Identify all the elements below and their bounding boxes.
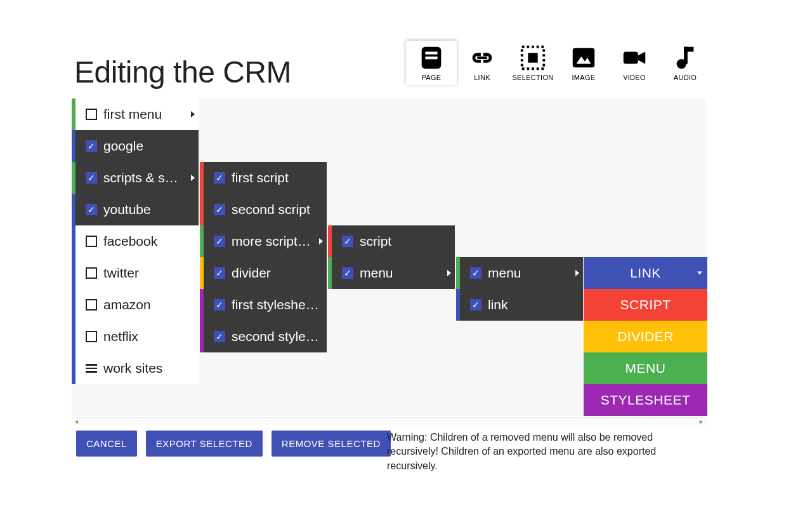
type-option-label: MENU [625,361,666,376]
menu-item-label: amazon [103,297,199,312]
tab-label: IMAGE [558,74,609,81]
menu-item-label: scripts & s… [103,170,199,185]
menu-item-label: second style… [232,329,327,344]
menu-column: first menu✓google✓scripts & s…✓youtubefa… [72,98,199,384]
submenu-arrow-icon [447,270,451,276]
type-panel: LINKSCRIPTDIVIDERMENUSTYLESHEET [584,257,707,416]
horizontal-scrollbar[interactable]: ◄► [72,417,706,425]
dropdown-arrow-icon [697,272,702,275]
tab-label: VIDEO [609,74,660,81]
svg-rect-1 [425,51,437,54]
menu-item[interactable]: ✓second style… [200,321,327,352]
svg-rect-5 [573,48,595,68]
link-icon [468,43,497,72]
type-option-menu[interactable]: MENU [584,352,707,384]
checkbox[interactable] [86,267,97,279]
menu-item[interactable]: ✓youtube [72,194,199,225]
menu-item[interactable]: ✓divider [200,257,327,289]
submenu-arrow-icon [319,238,323,244]
menu-item[interactable]: ✓google [72,130,199,162]
menu-item-label: work sites [103,361,199,376]
checkbox[interactable]: ✓ [214,299,225,311]
checkbox[interactable] [86,236,97,247]
warning-text: Warning: Children of a removed menu will… [387,431,691,473]
menu-item-label: facebook [103,234,199,249]
hamburger-icon [86,364,97,373]
video-icon [620,43,649,72]
svg-rect-7 [624,51,638,64]
svg-rect-2 [425,57,437,59]
audio-icon [671,43,700,72]
menu-item[interactable]: twitter [72,257,199,289]
image-icon [569,43,598,72]
menu-column: ✓first script✓second script✓more script…… [200,162,327,352]
svg-rect-3 [528,53,537,62]
checkbox[interactable]: ✓ [214,331,225,342]
menu-item-label: twitter [103,265,199,281]
menu-item[interactable]: ✓second script [200,194,327,225]
context-tabs: PAGE LINK SELECTION IMAGE VIDEO AUDIO [406,41,710,85]
menu-column: ✓menu✓link [456,257,583,321]
footer-buttons: CANCEL EXPORT SELECTED REMOVE SELECTED [76,431,391,457]
tab-label: AUDIO [660,74,710,81]
remove-selected-button[interactable]: REMOVE SELECTED [272,431,391,457]
menu-item-label: youtube [103,202,199,217]
checkbox[interactable]: ✓ [86,172,97,184]
checkbox[interactable]: ✓ [470,299,481,311]
menu-item[interactable]: ✓first script [200,162,327,194]
tab-image[interactable]: IMAGE [558,41,609,85]
cancel-button[interactable]: CANCEL [76,431,137,457]
checkbox[interactable]: ✓ [214,204,225,215]
menu-item-label: more script… [232,234,327,249]
tab-label: LINK [457,74,508,81]
checkbox[interactable]: ✓ [214,267,225,279]
checkbox[interactable]: ✓ [214,236,225,247]
page-title: Editing the CRM [74,55,291,90]
svg-marker-8 [638,51,646,64]
type-option-label: STYLESHEET [601,392,691,408]
menu-item-label: netflix [103,329,199,344]
menu-item-label: second script [232,202,327,217]
tab-label: SELECTION [508,74,558,81]
checkbox[interactable]: ✓ [342,267,353,279]
tab-audio[interactable]: AUDIO [660,41,710,85]
checkbox[interactable] [86,109,97,120]
type-option-link[interactable]: LINK [584,257,707,289]
menu-item[interactable]: ✓link [456,289,583,321]
menu-item[interactable]: ✓menu [328,257,455,289]
menu-item[interactable]: first menu [72,98,199,130]
menu-item-label: script [360,234,455,249]
selection-icon [518,43,547,72]
menu-item[interactable]: work sites [72,352,199,384]
tab-link[interactable]: LINK [457,41,508,85]
menu-item[interactable]: facebook [72,225,199,257]
tab-page[interactable]: PAGE [406,41,457,85]
menu-item[interactable]: ✓script [328,225,455,257]
checkbox[interactable]: ✓ [86,140,97,152]
tab-label: PAGE [406,74,457,81]
menu-item-label: first styleshe… [232,297,327,312]
type-option-stylesheet[interactable]: STYLESHEET [584,384,707,416]
menu-item-label: menu [488,265,583,281]
menu-item[interactable]: ✓more script… [200,225,327,257]
menu-item[interactable]: ✓menu [456,257,583,289]
menu-item[interactable]: ✓scripts & s… [72,162,199,194]
checkbox[interactable] [86,331,97,342]
checkbox[interactable] [86,299,97,311]
svg-rect-11 [684,47,693,52]
type-option-divider[interactable]: DIVIDER [584,321,707,352]
checkbox[interactable]: ✓ [86,204,97,215]
type-option-script[interactable]: SCRIPT [584,289,707,321]
tab-video[interactable]: VIDEO [609,41,660,85]
menu-item-label: divider [232,265,327,281]
export-selected-button[interactable]: EXPORT SELECTED [146,431,263,457]
tab-selection[interactable]: SELECTION [508,41,558,85]
checkbox[interactable]: ✓ [470,267,481,279]
checkbox[interactable]: ✓ [214,172,225,184]
type-option-label: DIVIDER [617,329,674,344]
menu-item[interactable]: ✓first styleshe… [200,289,327,321]
menu-item[interactable]: amazon [72,289,199,321]
menu-item[interactable]: netflix [72,321,199,352]
checkbox[interactable]: ✓ [342,236,353,247]
submenu-arrow-icon [191,175,195,181]
